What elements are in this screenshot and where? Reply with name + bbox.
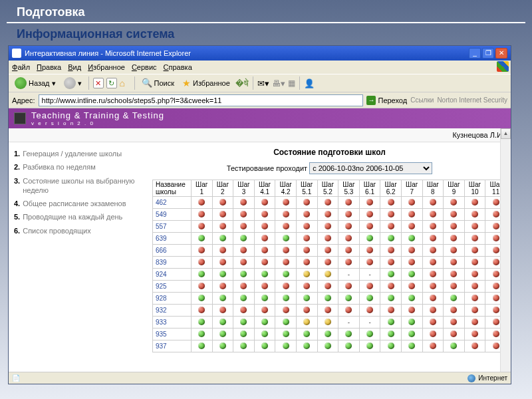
- status-cell: [338, 329, 360, 340]
- search-button[interactable]: 🔍 Поиск: [139, 76, 177, 90]
- scroll-up-button[interactable]: ▲: [501, 128, 511, 139]
- school-id-link[interactable]: 839: [153, 257, 192, 269]
- forward-button[interactable]: ▾: [61, 76, 84, 90]
- maximize-button[interactable]: ❐: [482, 48, 494, 59]
- status-cell: [233, 233, 255, 245]
- sidebar-item[interactable]: 3.Состояние школы на выбранную неделю: [14, 176, 143, 196]
- school-id-link[interactable]: 924: [153, 269, 192, 281]
- status-dot-icon: [450, 307, 457, 313]
- status-cell: [464, 317, 485, 329]
- status-cell: [192, 209, 213, 221]
- status-dot-icon: [219, 342, 226, 349]
- status-dot-icon: [450, 331, 457, 337]
- address-input[interactable]: [39, 94, 364, 106]
- school-id-link[interactable]: 935: [153, 329, 192, 340]
- status-cell: [254, 293, 275, 305]
- school-id-link[interactable]: 932: [153, 305, 192, 317]
- status-cell: [212, 329, 233, 340]
- school-id-link[interactable]: 666: [153, 245, 192, 257]
- mail-button[interactable]: ✉▾: [257, 78, 269, 88]
- menu-help[interactable]: Справка: [164, 63, 192, 71]
- menu-tools[interactable]: Сервис: [132, 63, 157, 71]
- stop-button[interactable]: ✕: [93, 78, 104, 88]
- status-dot-icon: [450, 283, 457, 289]
- status-cell: [296, 329, 317, 340]
- status-cell: [192, 293, 213, 305]
- school-id-link[interactable]: 549: [153, 209, 192, 221]
- status-cell: [212, 197, 233, 209]
- school-id-link[interactable]: 462: [153, 197, 192, 209]
- school-id-link[interactable]: 639: [153, 233, 192, 245]
- status-dot-icon: [366, 307, 373, 313]
- main-title: Состояние подготовки школ: [152, 148, 507, 157]
- status-dot-icon: [388, 223, 394, 229]
- status-dot-icon: [450, 342, 457, 349]
- home-button[interactable]: ⌂: [120, 78, 130, 88]
- status-cell: [296, 209, 317, 221]
- col-header-step: Шаг6.1: [359, 180, 380, 197]
- sidebar-item[interactable]: 5.Проводящие на каждый день: [14, 212, 143, 221]
- dash-icon: -: [368, 319, 370, 326]
- status-cell: [296, 305, 317, 317]
- sidebar-item[interactable]: 4.Общее расписание экзаменов: [14, 199, 143, 208]
- status-cell: [317, 209, 338, 221]
- messenger-button[interactable]: 👤: [304, 78, 315, 88]
- links-button[interactable]: Ссылки: [410, 96, 434, 104]
- sidebar-item-number: 3.: [14, 176, 20, 196]
- status-dot-icon: [219, 331, 226, 337]
- status-cell: [192, 221, 213, 233]
- sidebar-item-number: 5.: [14, 212, 20, 221]
- status-dot-icon: [430, 319, 436, 325]
- status-cell: [380, 317, 402, 329]
- norton-button[interactable]: Norton Internet Security: [437, 96, 507, 104]
- status-dot-icon: [219, 211, 226, 217]
- school-id-link[interactable]: 557: [153, 221, 192, 233]
- sidebar-item[interactable]: 6.Список проводящих: [14, 226, 143, 235]
- sidebar-item[interactable]: 2.Разбивка по неделям: [14, 162, 143, 172]
- status-cell: [338, 257, 360, 269]
- table-row: 557: [153, 221, 507, 233]
- period-select[interactable]: с 2006-10-03по 2006-10-05: [309, 162, 432, 174]
- status-cell: [254, 257, 275, 269]
- go-button[interactable]: → Переход: [366, 96, 407, 105]
- sidebar-item-number: 6.: [14, 226, 20, 235]
- status-cell: [380, 233, 402, 245]
- status-dot-icon: [261, 247, 268, 253]
- status-cell: [464, 233, 485, 245]
- menu-file[interactable]: Файл: [12, 63, 30, 71]
- school-id-link[interactable]: 925: [153, 281, 192, 293]
- status-cell: [192, 257, 213, 269]
- close-button[interactable]: ✕: [495, 48, 507, 59]
- menu-edit[interactable]: Правка: [37, 63, 61, 71]
- status-dot-icon: [325, 247, 331, 253]
- status-dot-icon: [471, 271, 478, 277]
- status-cell: [233, 257, 255, 269]
- school-id-link[interactable]: 937: [153, 340, 192, 352]
- status-dot-icon: [198, 342, 205, 349]
- menu-favorites[interactable]: Избранное: [88, 63, 125, 71]
- favorites-button[interactable]: ★ Избранное: [180, 76, 233, 90]
- status-dot-icon: [471, 307, 478, 313]
- print-button[interactable]: 🖶▾: [272, 78, 285, 88]
- sidebar-item[interactable]: 1.Генерация / удаление школы: [14, 149, 143, 158]
- status-dot-icon: [219, 223, 226, 229]
- back-button[interactable]: Назад ▾: [12, 76, 59, 90]
- page-header: Подготовка: [7, 0, 525, 23]
- status-dot-icon: [240, 199, 247, 205]
- status-dot-icon: [408, 259, 415, 265]
- school-id-link[interactable]: 928: [153, 293, 192, 305]
- history-button[interactable]: �षे: [235, 78, 249, 89]
- refresh-button[interactable]: ↻: [106, 78, 117, 88]
- status-cell: [444, 329, 465, 340]
- edit-button[interactable]: ▦: [288, 78, 295, 88]
- status-cell: [254, 281, 275, 293]
- status-dot-icon: [430, 199, 436, 205]
- menu-view[interactable]: Вид: [68, 63, 81, 71]
- status-dot-icon: [493, 331, 499, 337]
- status-cell: [338, 233, 360, 245]
- status-dot-icon: [450, 259, 457, 265]
- school-id-link[interactable]: 933: [153, 317, 192, 329]
- status-cell: [380, 340, 402, 352]
- minimize-button[interactable]: _: [469, 48, 481, 59]
- scrollbar-vertical[interactable]: ▲: [500, 128, 511, 373]
